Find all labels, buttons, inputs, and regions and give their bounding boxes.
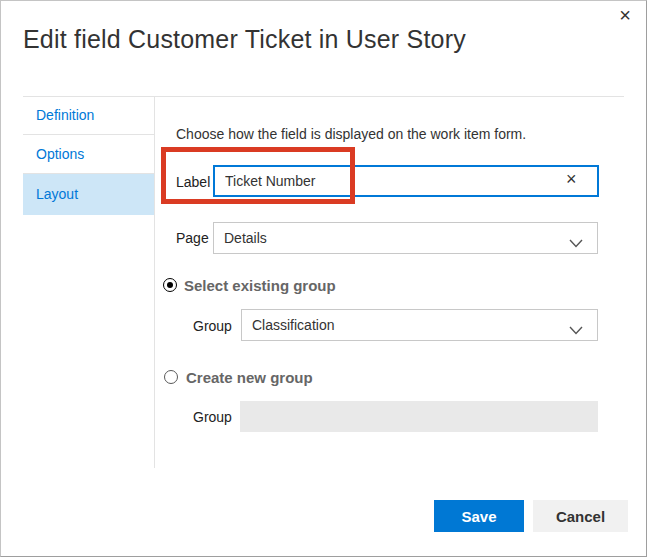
create-new-group-label[interactable]: Create new group (186, 369, 313, 386)
tab-options[interactable]: Options (23, 135, 154, 174)
clear-input-icon[interactable]: × (566, 170, 577, 188)
dialog-title: Edit field Customer Ticket in User Story (23, 25, 466, 54)
page-dropdown[interactable]: Details (213, 222, 598, 254)
page-dropdown-value: Details (224, 230, 267, 246)
save-button[interactable]: Save (434, 500, 524, 532)
tab-definition[interactable]: Definition (23, 96, 154, 135)
select-existing-group-label[interactable]: Select existing group (184, 277, 336, 294)
tab-layout[interactable]: Layout (23, 174, 154, 215)
close-icon[interactable]: × (619, 5, 631, 25)
sidebar-tabs: Definition Options Layout (23, 96, 154, 215)
existing-group-field-label: Group (193, 318, 232, 334)
form-description: Choose how the field is displayed on the… (176, 126, 526, 142)
existing-group-dropdown[interactable]: Classification (241, 309, 598, 341)
select-existing-group-radio[interactable] (163, 278, 177, 292)
sidebar-divider (154, 96, 155, 468)
edit-field-dialog: Edit field Customer Ticket in User Story… (0, 0, 647, 557)
chevron-down-icon (569, 322, 583, 338)
chevron-down-icon (569, 235, 583, 251)
new-group-input-disabled (240, 401, 598, 432)
label-field-label: Label (176, 174, 210, 190)
page-field-label: Page (176, 230, 209, 246)
create-new-group-radio[interactable] (164, 370, 178, 384)
new-group-field-label: Group (193, 409, 232, 425)
existing-group-dropdown-value: Classification (252, 317, 334, 333)
cancel-button[interactable]: Cancel (533, 500, 628, 532)
label-input[interactable] (213, 165, 599, 197)
